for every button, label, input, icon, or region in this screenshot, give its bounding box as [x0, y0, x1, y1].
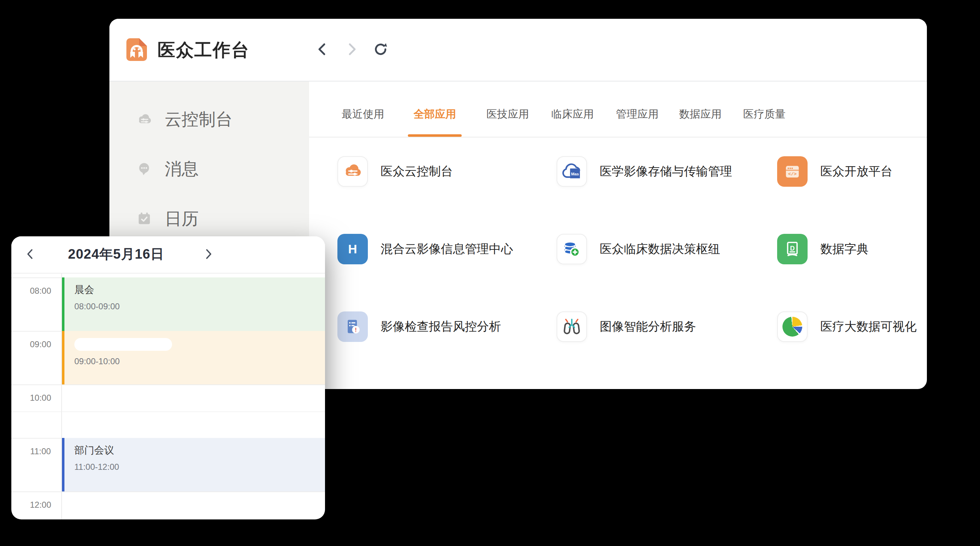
chevron-left-icon	[25, 248, 34, 260]
app-report-risk-analysis[interactable]: ! 影像检查报告风控分析	[337, 311, 501, 342]
time-label: 09:00	[11, 339, 61, 350]
svg-text:!: !	[355, 327, 356, 333]
app-big-data-visualization[interactable]: 医疗大数据可视化	[777, 311, 916, 342]
hybrid-cloud-app-icon: H	[337, 234, 368, 264]
sidebar-item-messages[interactable]: 消息	[110, 151, 309, 187]
calendar-event-morning-meeting[interactable]: 晨会 08:00-09:00	[62, 278, 325, 331]
app-image-ai-analysis[interactable]: 图像智能分析服务	[557, 311, 696, 342]
sidebar-item-label: 消息	[165, 158, 199, 180]
report-risk-app-icon: !	[337, 311, 368, 342]
chevron-right-icon	[344, 42, 360, 57]
event-title: 部门会议	[74, 444, 325, 457]
chevron-right-icon	[204, 248, 213, 260]
tab-medtech-apps[interactable]: 医技应用	[487, 109, 529, 120]
tab-data-apps[interactable]: 数据应用	[679, 109, 722, 120]
app-label: 混合云影像信息管理中心	[380, 241, 513, 257]
time-label: 10:00	[11, 393, 61, 403]
svg-text:</>: </>	[788, 171, 797, 177]
app-title: 医众工作台	[158, 38, 250, 62]
image-ai-app-icon	[557, 311, 587, 342]
svg-text:Mas: Mas	[571, 172, 579, 176]
app-label: 医学影像存储与传输管理	[600, 163, 732, 180]
chevron-left-icon	[315, 42, 330, 57]
app-open-platform[interactable]: </> 医众开放平台	[777, 156, 892, 187]
app-label: 医众开放平台	[820, 163, 892, 180]
active-tab-underline	[408, 134, 462, 137]
tab-all-apps[interactable]: 全部应用	[414, 109, 456, 120]
sidebar-item-label: 云控制台	[165, 108, 232, 131]
event-time: 11:00-12:00	[74, 462, 325, 472]
app-label: 医众临床数据决策枢纽	[600, 241, 720, 257]
calendar-event-department-meeting[interactable]: 部门会议 11:00-12:00	[62, 438, 325, 492]
redacted-event-title	[74, 338, 172, 351]
calendar-date: 2024年5月16日	[46, 246, 186, 263]
calendar-panel: 2024年5月16日 08:00 09:00 10:00 11:00 12:00…	[11, 236, 325, 519]
back-button[interactable]	[314, 41, 331, 58]
message-icon	[136, 161, 153, 177]
open-platform-app-icon: </>	[777, 156, 808, 187]
app-label: 医疗大数据可视化	[820, 319, 916, 335]
big-data-viz-app-icon	[777, 311, 808, 342]
calendar-next-button[interactable]	[200, 246, 217, 263]
window-header: 医众工作台	[110, 19, 927, 81]
sidebar-item-calendar[interactable]: 日历	[110, 201, 309, 237]
event-title: 晨会	[74, 283, 325, 297]
app-label: 医众云控制台	[380, 163, 453, 180]
calendar-event-redacted[interactable]: 09:00-10:00	[62, 331, 325, 385]
tab-admin-apps[interactable]: 管理应用	[616, 109, 659, 120]
data-dictionary-app-icon: D	[777, 234, 808, 264]
time-label: 12:00	[11, 500, 61, 510]
refresh-icon	[373, 42, 388, 57]
cloud-console-icon	[136, 111, 153, 128]
app-logo-icon	[125, 38, 148, 61]
svg-text:D: D	[790, 245, 794, 252]
canvas: { "window": { "title": "医众工作台" }, "sideb…	[0, 0, 980, 546]
sidebar-item-cloud-console[interactable]: 云控制台	[110, 102, 309, 137]
nav-controls	[314, 41, 389, 58]
cloud-console-app-icon	[337, 156, 368, 187]
tab-clinical-apps[interactable]: 临床应用	[551, 109, 594, 120]
app-label: 影像检查报告风控分析	[380, 319, 501, 335]
half-hour-line	[11, 411, 325, 412]
app-data-dictionary[interactable]: D 数据字典	[777, 234, 869, 264]
hour-line	[11, 492, 325, 492]
app-clinical-data-hub[interactable]: 医众临床数据决策枢纽	[557, 234, 720, 264]
event-time: 09:00-10:00	[74, 356, 325, 366]
calendar-header: 2024年5月16日	[11, 236, 325, 273]
pie-chart-icon	[783, 317, 802, 337]
app-label: 数据字典	[820, 241, 869, 257]
clinical-data-hub-app-icon	[557, 234, 587, 264]
calendar-icon	[136, 211, 153, 227]
calendar-prev-button[interactable]	[21, 246, 38, 263]
mas-cloud-app-icon: Mas	[557, 156, 587, 187]
event-time: 08:00-09:00	[74, 302, 325, 311]
hour-line	[11, 385, 325, 385]
app-image-storage[interactable]: Mas 医学影像存储与传输管理	[557, 156, 732, 187]
svg-text:H: H	[348, 242, 357, 256]
app-hybrid-cloud-center[interactable]: H 混合云影像信息管理中心	[337, 234, 513, 264]
tabs-divider	[309, 137, 927, 137]
tab-recent[interactable]: 最近使用	[342, 109, 384, 120]
app-label: 图像智能分析服务	[600, 319, 696, 335]
app-cloud-console[interactable]: 医众云控制台	[337, 156, 453, 187]
tab-quality[interactable]: 医疗质量	[743, 109, 786, 120]
time-label: 08:00	[11, 286, 61, 296]
refresh-button[interactable]	[372, 41, 389, 58]
sidebar-item-label: 日历	[165, 208, 199, 230]
forward-button[interactable]	[343, 41, 360, 58]
time-label: 11:00	[11, 447, 61, 457]
